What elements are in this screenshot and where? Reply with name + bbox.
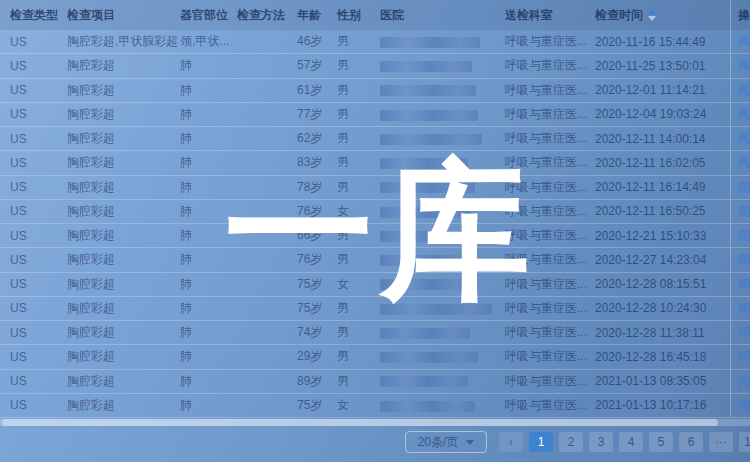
- cell-hospital-redacted: [380, 180, 505, 194]
- header-exam-time[interactable]: 检查时间: [595, 7, 730, 24]
- cell-exam-item: 胸腔彩超: [67, 203, 180, 220]
- sort-control[interactable]: [648, 9, 656, 21]
- view-images-link[interactable]: 阅片: [738, 179, 750, 196]
- cell-hospital-redacted: [380, 374, 505, 388]
- cell-action: 阅片: [730, 176, 750, 199]
- horizontal-scrollbar-thumb[interactable]: [2, 419, 718, 426]
- cell-exam-type: US: [10, 35, 67, 49]
- page-button-2[interactable]: 2: [559, 432, 583, 452]
- cell-age: 57岁: [297, 57, 337, 74]
- cell-exam-item: 胸腔彩超: [67, 397, 180, 414]
- page-button-4[interactable]: 4: [619, 432, 643, 452]
- cell-exam-type: US: [10, 107, 67, 121]
- cell-organ: 颈,甲状...: [180, 33, 237, 50]
- cell-organ: 肺: [180, 348, 237, 365]
- cell-gender: 女: [337, 203, 380, 220]
- cell-organ: 肺: [180, 397, 237, 414]
- view-images-link[interactable]: 阅片: [738, 348, 750, 365]
- view-images-link[interactable]: 阅片: [738, 227, 750, 244]
- cell-gender: 男: [337, 300, 380, 317]
- view-images-link[interactable]: 阅片: [738, 397, 750, 414]
- cell-action: 阅片: [730, 248, 750, 271]
- cell-organ: 肺: [180, 373, 237, 390]
- view-images-link[interactable]: 阅片: [738, 130, 750, 147]
- view-images-link[interactable]: 阅片: [738, 33, 750, 50]
- cell-exam-item: 胸腔彩超: [67, 348, 180, 365]
- cell-age: 76岁: [297, 251, 337, 268]
- cell-action: 阅片: [730, 54, 750, 77]
- cell-age: 46岁: [297, 33, 337, 50]
- cell-hospital-redacted: [380, 35, 505, 49]
- page-button-1[interactable]: 1: [529, 432, 553, 452]
- cell-exam-type: US: [10, 132, 67, 146]
- cell-organ: 肺: [180, 82, 237, 99]
- cell-action: 阅片: [730, 79, 750, 102]
- hospital-redaction-bar: [380, 61, 472, 72]
- cell-exam-type: US: [10, 277, 67, 291]
- cell-exam-time: 2020-12-11 14:00:14: [595, 132, 730, 146]
- cell-exam-time: 2020-12-11 16:14:49: [595, 180, 730, 194]
- view-images-link[interactable]: 阅片: [738, 203, 750, 220]
- cell-exam-time: 2020-11-25 13:50:01: [595, 59, 730, 73]
- header-method: 检查方法: [237, 7, 297, 24]
- cell-department: 呼吸与重症医...: [505, 82, 595, 99]
- sort-ascending-icon[interactable]: [648, 9, 656, 14]
- cell-exam-type: US: [10, 204, 67, 218]
- cell-hospital-redacted: [380, 277, 505, 291]
- cell-exam-time: 2020-12-01 11:14:21: [595, 83, 730, 97]
- cell-organ: 肺: [180, 154, 237, 171]
- view-images-link[interactable]: 阅片: [738, 106, 750, 123]
- hospital-redaction-bar: [380, 134, 482, 145]
- cell-action: 阅片: [730, 127, 750, 150]
- hospital-redaction-bar: [380, 376, 468, 387]
- cell-gender: 男: [337, 324, 380, 341]
- cell-exam-type: US: [10, 374, 67, 388]
- table-row: US胸腔彩超肺74岁男呼吸与重症医...2020-12-28 11:38:11阅…: [0, 321, 750, 345]
- header-gender: 性别: [337, 7, 380, 24]
- more-pages-button[interactable]: ···: [709, 432, 733, 452]
- table-row: US胸腔彩超肺76岁男呼吸与重症医...2020-12-27 14:23:04阅…: [0, 248, 750, 272]
- view-images-link[interactable]: 阅片: [738, 324, 750, 341]
- view-images-link[interactable]: 阅片: [738, 82, 750, 99]
- cell-action: 阅片: [730, 345, 750, 368]
- cell-exam-item: 胸腔彩超: [67, 130, 180, 147]
- cell-exam-item: 胸腔彩超: [67, 276, 180, 293]
- pagination: 20条/页 ‹ 123456···16: [405, 431, 750, 453]
- cell-exam-item: 胸腔彩超: [67, 373, 180, 390]
- view-images-link[interactable]: 阅片: [738, 276, 750, 293]
- cell-hospital-redacted: [380, 107, 505, 121]
- table-row: US胸腔彩超肺78岁男呼吸与重症医...2020-12-11 16:14:49阅…: [0, 176, 750, 200]
- cell-exam-item: 胸腔彩超: [67, 82, 180, 99]
- page-button-16[interactable]: 16: [739, 432, 750, 452]
- prev-page-button[interactable]: ‹: [499, 432, 523, 452]
- page-size-select[interactable]: 20条/页: [405, 431, 487, 453]
- hospital-redaction-bar: [380, 255, 477, 266]
- horizontal-scrollbar[interactable]: [0, 419, 750, 426]
- cell-exam-time: 2020-11-16 15:44:49: [595, 35, 730, 49]
- sort-descending-icon[interactable]: [648, 16, 656, 21]
- cell-exam-type: US: [10, 301, 67, 315]
- cell-age: 62岁: [297, 130, 337, 147]
- cell-department: 呼吸与重症医...: [505, 203, 595, 220]
- table-row: US胸腔彩超肺83岁男呼吸与重症医...2020-12-11 16:02:05阅…: [0, 151, 750, 175]
- table-row: US胸腔彩超肺75岁女呼吸与重症医...2020-12-28 08:15:51阅…: [0, 273, 750, 297]
- hospital-redaction-bar: [380, 304, 492, 315]
- view-images-link[interactable]: 阅片: [738, 300, 750, 317]
- page-button-3[interactable]: 3: [589, 432, 613, 452]
- view-images-link[interactable]: 阅片: [738, 251, 750, 268]
- cell-department: 呼吸与重症医...: [505, 57, 595, 74]
- chevron-down-icon: [466, 440, 474, 445]
- view-images-link[interactable]: 阅片: [738, 154, 750, 171]
- cell-exam-time: 2021-01-13 10:17:16: [595, 398, 730, 412]
- page-buttons: ‹ 123456···16: [499, 432, 750, 452]
- cell-gender: 男: [337, 130, 380, 147]
- page-button-6[interactable]: 6: [679, 432, 703, 452]
- cell-organ: 肺: [180, 276, 237, 293]
- hospital-redaction-bar: [380, 110, 478, 121]
- cell-exam-time: 2020-12-11 16:02:05: [595, 156, 730, 170]
- cell-hospital-redacted: [380, 204, 505, 218]
- view-images-link[interactable]: 阅片: [738, 57, 750, 74]
- page-button-5[interactable]: 5: [649, 432, 673, 452]
- view-images-link[interactable]: 阅片: [738, 373, 750, 390]
- cell-exam-time: 2020-12-21 15:10:33: [595, 229, 730, 243]
